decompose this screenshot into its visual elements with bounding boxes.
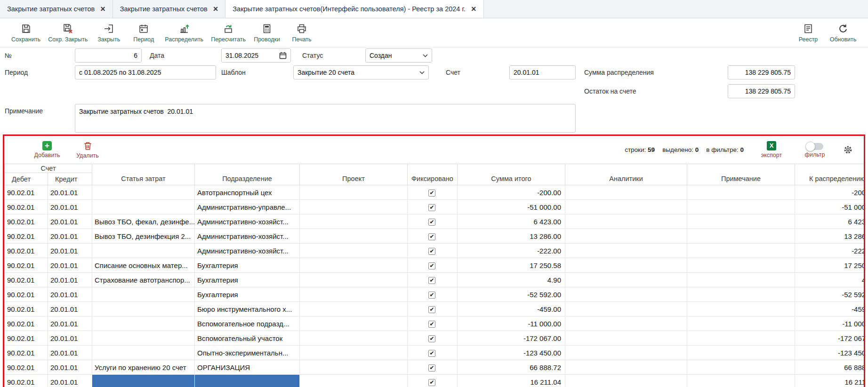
- print-button[interactable]: Печать: [284, 21, 319, 45]
- cell-to-distribute[interactable]: 6 423.00: [795, 214, 864, 229]
- cell-department[interactable]: Бухгалтерия: [195, 258, 300, 273]
- cell-project[interactable]: [300, 229, 408, 244]
- cell-fixed[interactable]: ✔: [408, 346, 458, 360]
- cell-credit[interactable]: 20.01.01: [48, 273, 92, 287]
- cell-note[interactable]: [687, 316, 795, 331]
- cell-note[interactable]: [687, 258, 795, 273]
- template-select[interactable]: Закрытие 20 счета: [293, 65, 429, 79]
- cell-total[interactable]: 17 250.58: [458, 258, 565, 273]
- cell-article[interactable]: [92, 316, 195, 331]
- recalculate-button[interactable]: Пересчитать: [207, 21, 249, 45]
- cell-project[interactable]: [300, 273, 408, 287]
- header-fixed[interactable]: Фиксировано: [408, 164, 458, 185]
- cell-analytics[interactable]: [565, 258, 687, 273]
- cell-to-distribute[interactable]: -200.00: [795, 185, 864, 200]
- date-input[interactable]: 31.08.2025: [221, 48, 291, 63]
- cell-project[interactable]: [300, 316, 408, 331]
- cell-to-distribute[interactable]: -123 450.00: [795, 346, 864, 360]
- cell-article[interactable]: Вывоз ТБО, фекал, дезинфе...: [92, 214, 195, 229]
- cell-debit[interactable]: 90.02.01: [5, 258, 48, 273]
- tab-closing-accounts-1[interactable]: Закрытие затратных счетов ×: [0, 0, 113, 18]
- save-close-button[interactable]: Сохр. Закрыть: [44, 21, 91, 45]
- cell-analytics[interactable]: [565, 244, 687, 258]
- header-to-distribute[interactable]: К распределению: [795, 164, 864, 185]
- cell-note[interactable]: [687, 287, 795, 302]
- cell-credit[interactable]: 20.01.01: [48, 229, 92, 244]
- table-row[interactable]: 90.02.0120.01.01Услуги по хранению 20 сч…: [5, 360, 864, 375]
- table-row[interactable]: 90.02.0120.01.01Списание основных матер.…: [5, 258, 864, 273]
- tab-closing-accounts-registry[interactable]: Закрытие затратных счетов(Интерфейс поль…: [225, 0, 483, 18]
- cell-to-distribute[interactable]: -222.00: [795, 244, 864, 258]
- fixed-checkbox[interactable]: ✔: [428, 364, 435, 371]
- cell-department[interactable]: Вспомогательное подразд...: [195, 316, 300, 331]
- fixed-checkbox[interactable]: ✔: [428, 204, 435, 211]
- cell-project[interactable]: [300, 331, 408, 346]
- note-textarea[interactable]: Закрытие затратных счетов 20.01.01: [75, 104, 576, 133]
- fixed-checkbox[interactable]: ✔: [428, 350, 435, 357]
- cell-analytics[interactable]: [565, 331, 687, 346]
- cell-department[interactable]: Вспомогательный участок: [195, 331, 300, 346]
- header-project[interactable]: Проект: [300, 164, 408, 185]
- cell-note[interactable]: [687, 244, 795, 258]
- cell-note[interactable]: [687, 346, 795, 360]
- cell-to-distribute[interactable]: -52 592.00: [795, 287, 864, 302]
- cell-department[interactable]: Бюро инструментального х...: [195, 302, 300, 316]
- cell-to-distribute[interactable]: 66 888.72: [795, 360, 864, 375]
- cell-article[interactable]: [92, 302, 195, 316]
- cell-note[interactable]: [687, 214, 795, 229]
- cell-project[interactable]: [300, 360, 408, 375]
- cell-credit[interactable]: 20.01.01: [48, 302, 92, 316]
- cell-to-distribute[interactable]: -11 000.00: [795, 316, 864, 331]
- cell-project[interactable]: [300, 185, 408, 200]
- table-row[interactable]: 90.02.0120.01.01Вспомогательное подразд.…: [5, 316, 864, 331]
- cell-note[interactable]: [687, 273, 795, 287]
- fixed-checkbox[interactable]: ✔: [428, 262, 435, 269]
- cell-debit[interactable]: 90.02.01: [5, 316, 48, 331]
- cell-credit[interactable]: 20.01.01: [48, 287, 92, 302]
- table-row[interactable]: 90.02.0120.01.01Вывоз ТБО, дезинфекция 2…: [5, 229, 864, 244]
- cell-department[interactable]: Опытно-экспериментальн...: [195, 346, 300, 360]
- cell-article[interactable]: [92, 346, 195, 360]
- cell-to-distribute[interactable]: 17 250.58: [795, 258, 864, 273]
- cell-article[interactable]: [92, 375, 195, 387]
- fixed-checkbox[interactable]: ✔: [428, 277, 435, 284]
- gear-icon[interactable]: [843, 144, 853, 155]
- fixed-checkbox[interactable]: ✔: [428, 219, 435, 226]
- cell-credit[interactable]: 20.01.01: [48, 346, 92, 360]
- cell-analytics[interactable]: [565, 200, 687, 214]
- table-row[interactable]: 90.02.0120.01.01Автотранспортный цех✔-20…: [5, 185, 864, 200]
- cell-project[interactable]: [300, 302, 408, 316]
- cell-analytics[interactable]: [565, 360, 687, 375]
- add-row-button[interactable]: + Добавить: [32, 141, 63, 159]
- cell-debit[interactable]: 90.02.01: [5, 200, 48, 214]
- postings-button[interactable]: Проводки: [249, 21, 284, 45]
- cell-to-distribute[interactable]: 13 286.00: [795, 229, 864, 244]
- fixed-checkbox[interactable]: ✔: [428, 248, 435, 255]
- cell-debit[interactable]: 90.02.01: [5, 273, 48, 287]
- header-debit[interactable]: Дебет: [5, 173, 48, 185]
- close-icon[interactable]: ×: [471, 5, 476, 13]
- cell-credit[interactable]: 20.01.01: [48, 375, 92, 387]
- cell-department[interactable]: Административно-хозяйст...: [195, 229, 300, 244]
- cell-total[interactable]: 66 888.72: [458, 360, 565, 375]
- cell-fixed[interactable]: ✔: [408, 229, 458, 244]
- cell-department[interactable]: Бухгалтерия: [195, 287, 300, 302]
- distribute-button[interactable]: Распределить: [161, 21, 207, 45]
- cell-credit[interactable]: 20.01.01: [48, 244, 92, 258]
- cell-total[interactable]: -172 067.00: [458, 331, 565, 346]
- cell-fixed[interactable]: ✔: [408, 360, 458, 375]
- fixed-checkbox[interactable]: ✔: [428, 292, 435, 299]
- cell-debit[interactable]: 90.02.01: [5, 375, 48, 387]
- tab-closing-accounts-2[interactable]: Закрытие затратных счетов ×: [113, 0, 226, 18]
- export-button[interactable]: X экспорт: [756, 141, 787, 158]
- dist-sum-input[interactable]: [728, 65, 795, 79]
- close-button[interactable]: Закрыть: [91, 21, 126, 45]
- cell-article[interactable]: [92, 185, 195, 200]
- cell-to-distribute[interactable]: -172 067.00: [795, 331, 864, 346]
- cell-article[interactable]: Услуги по хранению 20 счет: [92, 360, 195, 375]
- table-row[interactable]: 90.02.0120.01.01Бюро инструментального х…: [5, 302, 864, 316]
- cell-debit[interactable]: 90.02.01: [5, 185, 48, 200]
- cell-project[interactable]: [300, 258, 408, 273]
- save-button[interactable]: Сохранить: [8, 21, 44, 45]
- cell-debit[interactable]: 90.02.01: [5, 214, 48, 229]
